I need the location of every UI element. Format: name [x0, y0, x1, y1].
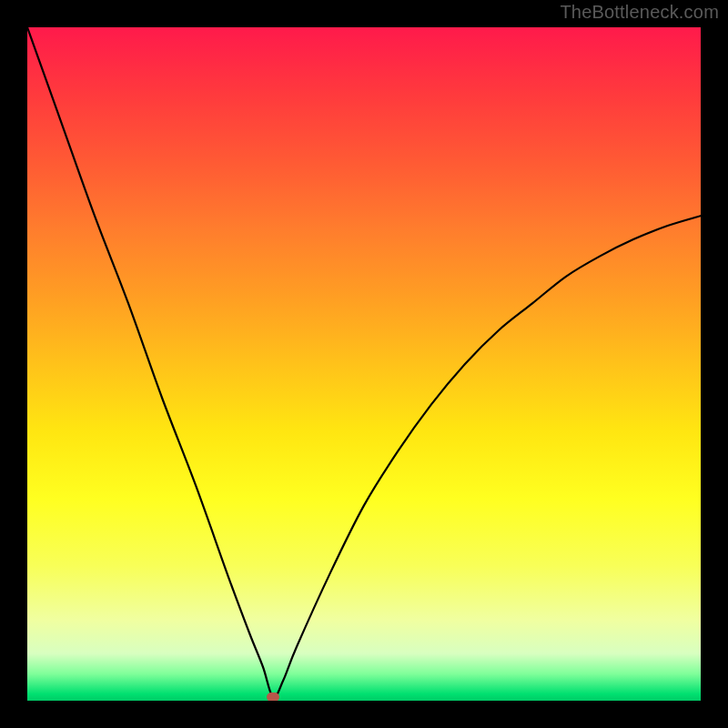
minimum-marker	[267, 693, 279, 701]
plot-area	[27, 27, 701, 701]
watermark-text: TheBottleneck.com	[560, 2, 719, 23]
bottleneck-curve	[27, 27, 701, 701]
chart-stage: TheBottleneck.com	[0, 0, 728, 728]
